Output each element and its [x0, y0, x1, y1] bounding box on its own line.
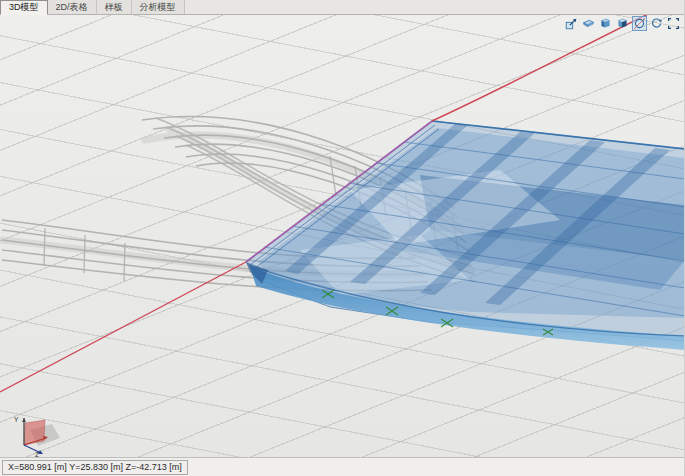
fit-view-button[interactable]: [564, 16, 579, 31]
tab-analysis-model-label: 分析模型: [140, 1, 176, 14]
view-toolbar: [564, 16, 681, 31]
rotate-mode-button[interactable]: [632, 16, 647, 31]
tab-3d-model-label: 3D模型: [9, 1, 39, 14]
fit-view-icon: [565, 16, 578, 31]
tab-template[interactable]: 样板: [97, 0, 132, 14]
tab-2d-tables-label: 2D/表格: [56, 1, 88, 14]
application-window: 3D模型 2D/表格 样板 分析模型: [0, 0, 685, 476]
front-view-icon: [599, 16, 612, 31]
cursor-coordinates: X=580.991 [m] Y=25.830 [m] Z=-42.713 [m]: [2, 460, 188, 475]
front-view-button[interactable]: [598, 16, 613, 31]
zoom-extents-button[interactable]: [666, 16, 681, 31]
top-view-icon: [582, 16, 595, 31]
axis-y-label: Y: [14, 416, 19, 423]
view-tab-bar: 3D模型 2D/表格 样板 分析模型: [0, 0, 684, 15]
zoom-extents-icon: [667, 16, 680, 31]
top-view-button[interactable]: [581, 16, 596, 31]
status-bar: X=580.991 [m] Y=25.830 [m] Z=-42.713 [m]: [0, 457, 684, 476]
orbit-mode-icon: [650, 16, 663, 31]
rotate-mode-icon: [633, 16, 646, 31]
orbit-mode-button[interactable]: [649, 16, 664, 31]
viewport-3d[interactable]: Y Z: [0, 14, 684, 458]
tab-3d-model[interactable]: 3D模型: [0, 0, 48, 15]
alignment-line-lower: [0, 262, 246, 392]
axis-gizmo: Y Z: [14, 416, 60, 458]
scene-canvas: Y Z: [0, 14, 684, 458]
tab-2d-tables[interactable]: 2D/表格: [48, 0, 97, 14]
tab-template-label: 样板: [105, 1, 123, 14]
perspective-view-button[interactable]: [615, 16, 630, 31]
perspective-view-icon: [616, 16, 629, 31]
tab-analysis-model[interactable]: 分析模型: [132, 0, 185, 14]
